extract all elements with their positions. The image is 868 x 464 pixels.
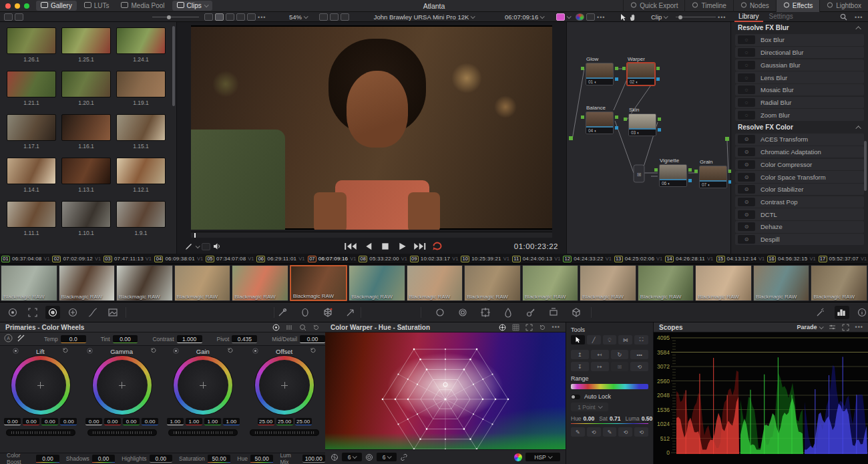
gallery-tools-icons[interactable] [4,12,23,22]
wheel-value[interactable]: 0.00 [4,418,21,425]
warper-reset-icon[interactable] [539,324,546,331]
curves-icon[interactable] [85,306,100,319]
menu-button-luts[interactable]: LUTs [79,1,114,11]
wheels-reset-icon[interactable] [312,324,320,331]
library-effect-item[interactable]: ◌Lens Blur [735,71,864,83]
select-tool-button[interactable] [571,335,585,344]
viewer-mode-icons[interactable]: ••• [576,12,605,22]
circle-window-icon[interactable] [433,306,447,319]
wheel-reset-icon[interactable] [150,347,157,355]
timeline-clip-index[interactable]: 0207:02:09:12V1 [51,254,101,264]
resolve-fx-icon[interactable] [569,306,584,319]
gallery-still[interactable]: 1.12.1 [114,158,168,193]
timeline-thumbnail[interactable]: Blackmagic RAW [349,265,405,301]
sat-pen-button[interactable]: ✎ [603,427,617,437]
timeline-thumbnail[interactable]: Blackmagic RAW [811,265,867,301]
sizing-palette-icon[interactable] [546,306,561,319]
hue-divisions-dropdown[interactable]: 6 [342,453,362,461]
node-input-port[interactable] [622,67,626,70]
graph-node-balance[interactable]: Balance04 ◐ [586,105,614,134]
library-scrollbar[interactable] [864,141,867,191]
expand-viewer-icon[interactable] [586,13,595,21]
node-input-port[interactable] [624,118,627,121]
maximize-window-icon[interactable] [24,3,29,9]
scope-settings-icon[interactable] [829,324,836,331]
wheel-crosshair[interactable] [200,382,206,389]
auto-lock-toggle[interactable] [571,395,580,399]
library-search-icon[interactable] [840,12,847,22]
warper-canvas[interactable] [325,332,566,449]
param-value-middetail[interactable]: 0.00 [300,335,325,343]
color-wheel-lift[interactable] [11,356,70,415]
gallery-still[interactable]: 1.16.1 [59,114,114,150]
footer-value-highlights[interactable]: 0.00 [150,455,172,463]
scope-options-icon[interactable]: ••• [855,324,863,330]
library-effect-item[interactable]: ⊙Despill [735,234,864,246]
wheel-dot-icon[interactable] [13,348,19,355]
menu-button-effects[interactable]: Effects [776,0,819,12]
gallery-still[interactable]: 1.13.1 [59,158,114,193]
color-wheel-gamma[interactable] [93,356,152,415]
library-section-header[interactable]: Resolve FX Color [731,122,868,133]
wheel-value[interactable]: 0.00 [142,418,158,425]
node-output-port[interactable] [688,168,692,172]
gallery-still[interactable]: 1.11.1 [4,201,59,236]
link-divisions-icon[interactable] [400,453,408,461]
viewer-layout-icons[interactable] [319,12,349,22]
viewer-image-area[interactable] [191,25,552,230]
source-timecode-dropdown[interactable]: 06:07:09:16 [505,12,544,22]
node-input-port[interactable] [694,170,698,173]
footer-value-hue[interactable]: 50.00 [250,455,273,463]
timeline-clip-index[interactable]: 0307:47:11:13V1 [102,254,153,264]
node-mask-port[interactable] [656,77,660,81]
wheel-value[interactable]: 25.00 [258,418,274,425]
lightbox-wand-icon[interactable] [813,306,828,319]
color-mode-dropdown[interactable]: HSP [525,453,560,461]
go-to-start-icon[interactable] [344,241,357,252]
gallery-still[interactable]: 1.21.1 [4,71,59,106]
timeline-thumbnail[interactable]: Blackmagic RAW [407,265,463,301]
wheel-value[interactable]: 0.00 [41,418,58,425]
camera-clip-name-dropdown[interactable]: John Brawley URSA Mini Pro 12K [361,12,487,22]
pen-dropdown-chevron[interactable] [196,244,200,248]
sat-value[interactable]: 0.71 [610,415,621,422]
library-effect-item[interactable]: ⊙Color Stabilizer [735,184,864,196]
library-options-icon[interactable]: ••• [855,12,863,22]
graph-node-grain[interactable]: Grain07 ◐ [699,159,727,188]
power-window-icon[interactable] [298,306,312,319]
cursor-icon[interactable] [620,13,627,21]
gradient-window-icon[interactable] [455,306,470,319]
node-box[interactable]: 06 ◐ [659,164,687,187]
wheel-reset-icon[interactable] [62,347,69,355]
gallery-view-icons[interactable]: ••• [204,12,266,22]
menu-button-media-pool[interactable]: Media Pool [116,1,169,11]
key-palette-icon[interactable] [523,306,538,319]
master-wheel-gain[interactable] [168,429,238,436]
thumb-size-slider[interactable] [152,12,199,22]
graph-node-skin[interactable]: Skin03 ◐ [628,107,656,136]
pull-down-left-button[interactable]: ↧ [571,362,589,371]
wheel-crosshair[interactable] [281,382,288,389]
log-mode-icon[interactable] [299,324,306,331]
info-icon[interactable] [855,306,868,319]
menu-button-lightbox[interactable]: Lightbox [819,0,868,12]
hdr-grade-icon[interactable] [65,306,80,319]
timeline-thumbnail[interactable]: Blackmagic RAW [232,265,288,301]
expand-tool-button[interactable]: ⛶ [634,335,648,344]
annotate-pen-icon[interactable] [185,242,193,250]
color-wheel-offset[interactable] [255,356,314,415]
wheel-value[interactable]: 0.00 [104,418,121,425]
timeline-clip-index[interactable]: 1204:24:33:22V1 [562,254,612,264]
rotate-mesh-button[interactable]: ↻ [611,350,629,359]
menu-button-timeline[interactable]: Timeline [684,0,732,12]
step-back-icon[interactable] [361,241,375,252]
wheel-crosshair[interactable] [119,382,126,389]
timeline-clip-index[interactable]: 0910:02:33:17V1 [409,254,459,264]
graph-node-vignette[interactable]: Vignette06 ◐ [659,158,687,187]
stop-icon[interactable] [379,241,392,252]
timeline-thumbnail[interactable]: Blackmagic RAW [638,265,694,301]
go-to-end-icon[interactable] [413,241,427,252]
node-box[interactable]: 07 ◐ [699,166,727,188]
gallery-still[interactable]: 1.14.1 [4,158,59,193]
timeline-clip-index[interactable]: 1304:25:02:06V1 [613,254,664,264]
